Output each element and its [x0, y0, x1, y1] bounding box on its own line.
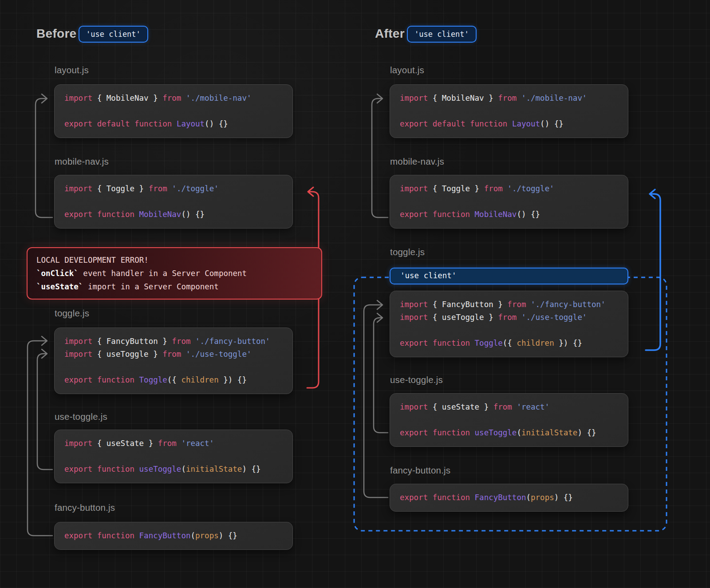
after-import-arrow-fancybutton-to-toggle: [364, 300, 388, 497]
after-layout-label: layout.js: [390, 65, 424, 75]
before-use-toggle-code: import { useState } from 'react' export …: [54, 430, 293, 483]
after-mobile-nav-label: mobile-nav.js: [390, 156, 444, 167]
before-mobile-nav-label: mobile-nav.js: [55, 156, 109, 167]
after-toggle-code: import { FancyButton } from './fancy-but…: [390, 291, 628, 357]
before-use-client-badge: 'use client': [79, 26, 148, 43]
after-layout-code: import { MobileNav } from './mobile-nav'…: [390, 84, 628, 138]
before-fancy-button-code: export function FancyButton(props) {}: [54, 522, 293, 550]
before-import-arrow-fancybutton-to-toggle: [28, 336, 52, 536]
local-development-error-box: LOCAL DEVELOPMENT ERROR!`onClick` event …: [27, 247, 322, 300]
before-import-arrow-usetoggle-to-toggle: [37, 349, 52, 470]
after-client-arrow: [646, 189, 660, 350]
after-mobile-nav-code: import { Toggle } from './toggle' export…: [390, 175, 628, 229]
before-use-toggle-label: use-toggle.js: [55, 411, 107, 422]
before-import-arrow-mobilenav-to-layout: [36, 94, 52, 217]
after-import-arrow-mobilenav-to-layout: [372, 94, 388, 217]
rsc-use-client-diagram: Before 'use client' layout.js import { M…: [0, 0, 710, 588]
after-fancy-button-code: export function FancyButton(props) {}: [390, 484, 628, 512]
before-layout-code: import { MobileNav } from './mobile-nav'…: [54, 84, 293, 138]
after-use-toggle-label: use-toggle.js: [390, 375, 443, 385]
before-heading: Before: [36, 27, 77, 41]
before-fancy-button-label: fancy-button.js: [55, 502, 115, 513]
after-heading: After: [375, 27, 405, 41]
after-fancy-button-label: fancy-button.js: [390, 465, 450, 476]
after-toggle-label: toggle.js: [390, 247, 425, 257]
before-toggle-code: import { FancyButton } from './fancy-but…: [54, 328, 293, 394]
before-mobile-nav-code: import { Toggle } from './toggle' export…: [54, 175, 293, 229]
after-use-client-badge: 'use client': [407, 26, 477, 43]
after-use-client-banner: 'use client': [390, 268, 628, 284]
before-layout-label: layout.js: [55, 65, 89, 75]
after-import-arrow-usetoggle-to-toggle: [374, 313, 388, 433]
after-use-toggle-code: import { useState } from 'react' export …: [390, 393, 628, 447]
before-toggle-label: toggle.js: [55, 308, 89, 319]
